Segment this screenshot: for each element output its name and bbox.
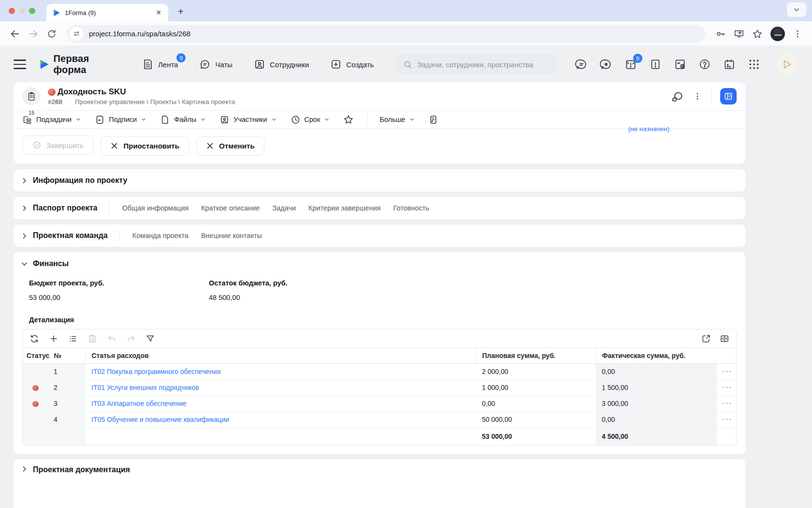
brand[interactable]: Первая форма bbox=[39, 53, 115, 75]
expense-item-link[interactable]: IT05 Обучение и повышение квалификации bbox=[91, 416, 229, 423]
table-row[interactable]: 4 IT05 Обучение и повышение квалификации… bbox=[23, 412, 736, 428]
favorites-bubble-icon[interactable] bbox=[600, 58, 612, 71]
tab-completion-criteria[interactable]: Критерии завершения bbox=[308, 204, 380, 212]
toolbar-more[interactable]: Больше bbox=[379, 116, 415, 123]
bookmark-star-icon[interactable] bbox=[752, 29, 763, 39]
new-tab-button[interactable]: + bbox=[175, 6, 187, 17]
add-row-icon[interactable] bbox=[49, 334, 58, 344]
toolbar-subtasks[interactable]: 15 Подзадачи bbox=[22, 115, 81, 125]
chats-icon bbox=[199, 59, 211, 70]
row-plan[interactable]: 1 000,00 bbox=[476, 380, 596, 396]
toolbar-favorite[interactable] bbox=[343, 114, 354, 125]
browser-menu-icon[interactable] bbox=[793, 29, 802, 39]
tab-close-icon[interactable]: ✕ bbox=[154, 8, 163, 17]
calendar-icon[interactable] bbox=[723, 58, 736, 71]
profile-avatar[interactable] bbox=[770, 27, 785, 41]
undo-icon[interactable] bbox=[107, 334, 116, 344]
nav-item-employees[interactable]: Сотрудники bbox=[254, 59, 309, 70]
tab-external-contacts[interactable]: Внешние контакты bbox=[201, 232, 262, 239]
budget-value: 53 000,00 bbox=[29, 294, 209, 301]
filter-icon[interactable] bbox=[145, 334, 155, 344]
chevron-right-icon[interactable] bbox=[21, 205, 28, 212]
password-key-icon[interactable] bbox=[715, 29, 726, 39]
row-menu-button[interactable]: ··· bbox=[717, 396, 736, 412]
nav-item-feed[interactable]: Лента 9 bbox=[142, 59, 178, 70]
nav-item-create[interactable]: Создать bbox=[330, 59, 374, 70]
unassigned-link[interactable]: (не назначен) bbox=[628, 125, 669, 133]
nav-item-chats[interactable]: Чаты bbox=[199, 59, 232, 70]
window-zoom-button[interactable] bbox=[29, 8, 35, 14]
tab-short-description[interactable]: Краткое описание bbox=[201, 204, 260, 212]
expand-grid-icon[interactable] bbox=[701, 334, 711, 344]
section-title[interactable]: Проектная команда bbox=[33, 231, 108, 240]
tab-project-team[interactable]: Команда проекта bbox=[132, 232, 188, 239]
side-panel-toggle-button[interactable] bbox=[720, 88, 737, 105]
table-row[interactable]: 1 IT02 Покупка программного обеспечения … bbox=[23, 364, 736, 380]
tab-general-info[interactable]: Общая информация bbox=[122, 204, 188, 212]
help-icon[interactable] bbox=[698, 58, 711, 71]
hamburger-menu-icon[interactable] bbox=[14, 57, 26, 72]
refresh-icon[interactable] bbox=[29, 334, 39, 344]
back-icon[interactable] bbox=[7, 26, 23, 42]
row-status-dot bbox=[32, 385, 39, 391]
approvals-icon[interactable] bbox=[674, 58, 686, 71]
section-project-info[interactable]: Информация по проекту bbox=[14, 169, 745, 192]
pause-button[interactable]: Приостановить bbox=[101, 136, 188, 156]
apps-grid-icon[interactable] bbox=[748, 58, 760, 71]
search-input[interactable] bbox=[417, 60, 550, 69]
forward-icon[interactable] bbox=[25, 26, 42, 42]
task-chat-icon[interactable] bbox=[671, 90, 684, 103]
expense-item-link[interactable]: IT01 Услуги внешних подрядчиков bbox=[91, 384, 199, 391]
redo-icon[interactable] bbox=[126, 334, 136, 344]
table-row[interactable]: 3 IT03 Аппаратное обеспечение 0,00 3 000… bbox=[23, 396, 736, 412]
row-fact[interactable]: 3 000,00 bbox=[596, 396, 717, 412]
signatures-icon bbox=[95, 115, 105, 125]
row-plan[interactable]: 2 000,00 bbox=[476, 364, 596, 380]
toolbar-participants[interactable]: Участники bbox=[219, 115, 276, 125]
list-view-icon[interactable] bbox=[68, 334, 78, 344]
install-app-icon[interactable] bbox=[734, 29, 744, 39]
global-search[interactable] bbox=[396, 55, 557, 74]
toolbar-due[interactable]: Срок bbox=[290, 115, 330, 125]
task-menu-kebab-icon[interactable] bbox=[693, 91, 702, 101]
section-documentation[interactable]: Проектная документация bbox=[14, 459, 745, 508]
row-menu-button[interactable]: ··· bbox=[717, 380, 736, 396]
finance-header[interactable]: Финансы bbox=[14, 252, 745, 275]
star-icon bbox=[343, 114, 354, 125]
comments-bubble-icon[interactable] bbox=[575, 58, 588, 71]
cancel-button[interactable]: Отменить bbox=[196, 136, 264, 156]
tab-tasks[interactable]: Задачи bbox=[272, 204, 296, 212]
browser-tab[interactable]: 1Forma (9) ✕ bbox=[46, 4, 168, 21]
row-fact[interactable]: 1 500,00 bbox=[596, 380, 717, 396]
row-num: 3 bbox=[48, 396, 86, 412]
toolbar-signatures[interactable]: Подписи bbox=[95, 115, 146, 125]
tab-search-button[interactable] bbox=[787, 2, 806, 17]
reload-icon[interactable] bbox=[44, 26, 60, 42]
toolbar-files[interactable]: Файлы bbox=[160, 115, 206, 125]
expense-item-link[interactable]: IT02 Покупка программного обеспечения bbox=[91, 368, 220, 375]
row-menu-button[interactable]: ··· bbox=[717, 412, 736, 428]
row-num: 1 bbox=[48, 364, 86, 380]
notifications-mail-icon[interactable]: 9 bbox=[624, 58, 637, 71]
expense-item-link[interactable]: IT03 Аппаратное обеспечение bbox=[91, 400, 187, 407]
url-bar[interactable]: project.1forma.ru/spa/tasks/268 bbox=[67, 25, 706, 43]
assistant-play-icon[interactable] bbox=[776, 54, 798, 75]
row-fact[interactable]: 0,00 bbox=[596, 364, 717, 380]
window-minimize-button[interactable] bbox=[19, 8, 25, 14]
chevron-right-icon[interactable] bbox=[21, 232, 28, 239]
save-icon[interactable] bbox=[87, 334, 97, 344]
table-row[interactable]: 2 IT01 Услуги внешних подрядчиков 1 000,… bbox=[23, 380, 736, 396]
window-close-button[interactable] bbox=[9, 8, 15, 14]
site-settings-icon[interactable] bbox=[70, 27, 83, 41]
complete-button[interactable]: Завершить bbox=[22, 135, 93, 155]
alerts-box-icon[interactable] bbox=[649, 58, 662, 71]
tab-readiness[interactable]: Готовность bbox=[393, 204, 429, 212]
section-title[interactable]: Паспорт проекта bbox=[33, 204, 97, 212]
row-plan[interactable]: 50 000,00 bbox=[476, 412, 596, 428]
row-plan[interactable]: 0,00 bbox=[476, 396, 596, 412]
toolbar-form-view[interactable] bbox=[428, 115, 438, 125]
row-menu-button[interactable]: ··· bbox=[717, 364, 736, 380]
row-fact[interactable]: 0,00 bbox=[596, 412, 717, 428]
column-settings-icon[interactable] bbox=[720, 334, 729, 344]
breadcrumb[interactable]: Проектное управление \ Проекты \ Карточк… bbox=[75, 98, 235, 105]
